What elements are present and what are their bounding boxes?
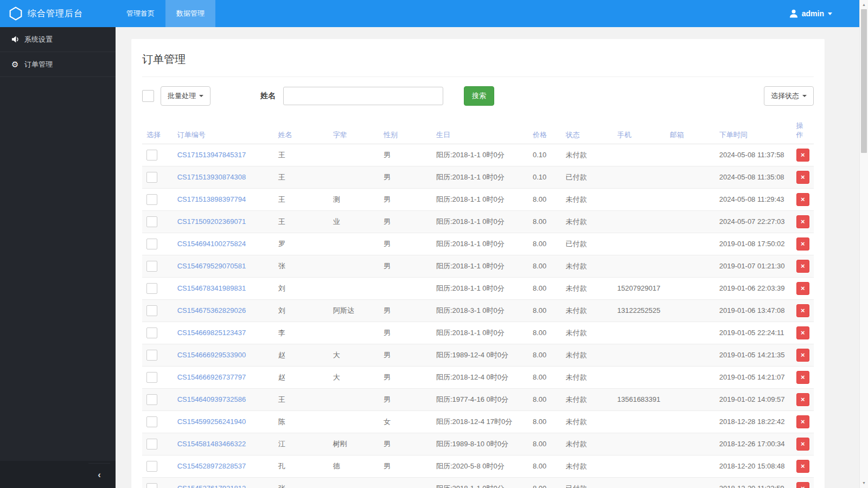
cell-birthday: 阳历:2018-12-4 0时0分	[432, 367, 528, 389]
delete-button[interactable]: ×	[796, 460, 809, 473]
cell-time: 2018-12-20 15:08:48	[715, 455, 792, 478]
batch-actions-dropdown[interactable]: 批量处理	[161, 86, 210, 106]
order-number-link[interactable]: CS154666929533900	[177, 351, 246, 359]
cell-order-no: CS154678341989831	[173, 278, 274, 300]
row-checkbox[interactable]	[146, 150, 157, 160]
table-row: CS154678341989831刘阳历:2018-1-1 0时0分8.00未付…	[142, 278, 814, 300]
order-number-link[interactable]: CS171509202369071	[177, 217, 246, 226]
delete-button[interactable]: ×	[796, 193, 809, 206]
sidebar-item-order-management[interactable]: ⚙ 订单管理	[0, 52, 116, 77]
caret-down-icon	[828, 12, 832, 15]
order-number-link[interactable]: CS154669825123437	[177, 329, 246, 337]
delete-button[interactable]: ×	[796, 393, 809, 406]
orders-card: 订单管理 批量处理 姓名 搜索 选择状态	[131, 39, 825, 488]
order-number-link[interactable]: CS154528972828537	[177, 462, 246, 470]
row-checkbox[interactable]	[146, 416, 157, 427]
row-checkbox[interactable]	[146, 461, 157, 472]
close-icon: ×	[801, 351, 805, 359]
row-checkbox[interactable]	[146, 394, 157, 405]
scrollbar-thumb[interactable]	[861, 9, 867, 153]
row-checkbox[interactable]	[146, 439, 157, 450]
cell-status: 未付款	[561, 300, 613, 322]
delete-button[interactable]: ×	[796, 371, 809, 384]
name-search-input[interactable]	[283, 87, 443, 105]
cell-select	[142, 411, 173, 433]
order-number-link[interactable]: CS154527617921812	[177, 484, 246, 488]
user-menu[interactable]: admin	[788, 0, 832, 27]
order-number-link[interactable]: CS171513930874308	[177, 173, 246, 181]
row-checkbox[interactable]	[146, 239, 157, 249]
row-checkbox[interactable]	[146, 194, 157, 205]
cell-zibei: 测	[329, 189, 379, 211]
search-button[interactable]: 搜索	[464, 86, 494, 106]
cell-gender: 男	[379, 322, 432, 344]
sidebar-footer: ‹	[0, 461, 116, 488]
cell-status: 未付款	[561, 144, 613, 166]
sidebar-item-system-settings[interactable]: 系统设置	[0, 27, 116, 52]
order-number-link[interactable]: CS154640939732586	[177, 395, 246, 403]
cell-name: 孔	[274, 455, 329, 478]
order-number-link[interactable]: CS154599256241940	[177, 418, 246, 426]
order-number-link[interactable]: CS154581483466322	[177, 440, 246, 448]
sidebar-collapse-button[interactable]: ‹	[88, 463, 110, 486]
tab-admin-home[interactable]: 管理首页	[116, 0, 165, 27]
cell-select	[142, 433, 173, 455]
scroll-down-arrow-icon[interactable]: ▼	[860, 479, 868, 487]
select-all-checkbox[interactable]	[142, 90, 154, 102]
cell-name: 赵	[274, 367, 329, 389]
delete-button[interactable]: ×	[796, 171, 809, 184]
row-checkbox[interactable]	[146, 305, 157, 316]
cell-select	[142, 278, 173, 300]
row-checkbox[interactable]	[146, 216, 157, 227]
cell-phone	[613, 211, 666, 233]
column-header-gender: 性别	[379, 117, 432, 144]
order-number-link[interactable]: CS154666926737797	[177, 373, 246, 381]
delete-button[interactable]: ×	[796, 237, 809, 251]
delete-button[interactable]: ×	[796, 215, 809, 228]
row-checkbox[interactable]	[146, 328, 157, 338]
row-checkbox[interactable]	[146, 261, 157, 272]
cell-zibei	[329, 278, 379, 300]
column-header-status: 状态	[561, 117, 613, 144]
cell-phone	[613, 233, 666, 255]
delete-button[interactable]: ×	[796, 438, 809, 451]
row-checkbox[interactable]	[146, 372, 157, 383]
delete-button[interactable]: ×	[796, 326, 809, 339]
cell-price: 8.00	[528, 255, 561, 278]
delete-button[interactable]: ×	[796, 349, 809, 362]
scroll-up-arrow-icon[interactable]: ▲	[860, 1, 868, 9]
cell-email	[666, 300, 715, 322]
order-number-link[interactable]: CS171513898397794	[177, 195, 246, 203]
cell-phone	[613, 367, 666, 389]
row-checkbox[interactable]	[146, 483, 157, 488]
order-number-link[interactable]: CS154694100275824	[177, 240, 246, 248]
status-filter-dropdown[interactable]: 选择状态	[764, 86, 814, 106]
cell-birthday: 阳历:1989-8-10 0时0分	[432, 433, 528, 455]
order-number-link[interactable]: CS154679529070581	[177, 262, 246, 270]
cell-email	[666, 455, 715, 478]
cell-time: 2024-05-07 22:27:03	[715, 211, 792, 233]
tab-data-management[interactable]: 数据管理	[165, 0, 215, 27]
cell-order-no: CS154666929533900	[173, 344, 274, 367]
order-number-link[interactable]: CS154678341989831	[177, 284, 246, 292]
cell-select	[142, 144, 173, 166]
vertical-scrollbar[interactable]: ▲ ▼	[859, 0, 868, 488]
cell-select	[142, 478, 173, 488]
top-navbar: 综合管理后台 管理首页 数据管理 admin	[0, 0, 868, 27]
delete-button[interactable]: ×	[796, 482, 809, 488]
order-number-link[interactable]: CS171513947845317	[177, 151, 246, 159]
order-number-link[interactable]: CS154675362829026	[177, 306, 246, 314]
close-icon: ×	[801, 306, 805, 314]
delete-button[interactable]: ×	[796, 282, 809, 295]
row-checkbox[interactable]	[146, 283, 157, 294]
cell-zibei: 德	[329, 455, 379, 478]
close-icon: ×	[801, 284, 805, 292]
delete-button[interactable]: ×	[796, 415, 809, 428]
row-checkbox[interactable]	[146, 172, 157, 183]
cell-order-no: CS171509202369071	[173, 211, 274, 233]
cell-time: 2018-12-20 11:22:59	[715, 478, 792, 488]
delete-button[interactable]: ×	[796, 260, 809, 273]
row-checkbox[interactable]	[146, 350, 157, 361]
delete-button[interactable]: ×	[796, 304, 809, 317]
delete-button[interactable]: ×	[796, 149, 809, 162]
